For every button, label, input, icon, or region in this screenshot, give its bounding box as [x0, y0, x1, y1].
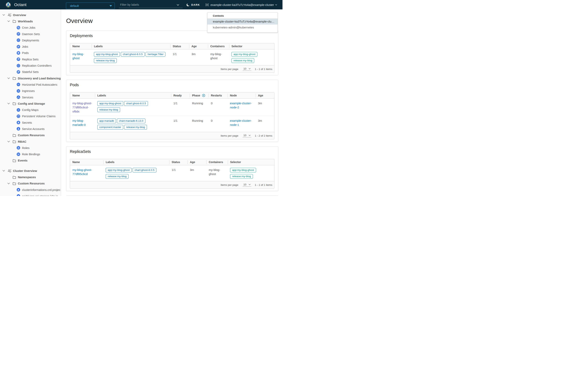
- sidebar-item-clusterinformations[interactable]: clusterinformations.crd.projec: [0, 187, 61, 193]
- column-header-selector[interactable]: Selector: [228, 159, 274, 165]
- label-tag[interactable]: chart:ghost-8.0.5: [121, 52, 145, 57]
- sidebar-item-daemon-sets[interactable]: Daemon Sets: [0, 31, 61, 37]
- sidebar-item-custom-resources-cluster[interactable]: Custom Resources: [0, 180, 61, 187]
- chevron-down-icon[interactable]: [7, 19, 10, 23]
- cell-name: my-blog-ghost: [70, 49, 92, 65]
- resource-link[interactable]: my-blog-ghost: [72, 52, 84, 60]
- sidebar-item-namespaces[interactable]: Namespaces: [0, 174, 61, 180]
- context-selector[interactable]: example-cluster-ka3TuTzYo4a@example-clus…: [205, 3, 277, 7]
- namespace-select[interactable]: default: [66, 2, 115, 9]
- label-filter-input[interactable]: Filter by labels: [119, 1, 183, 8]
- resource-link[interactable]: my-blog-ghost-77df85c6cd-vf6dx: [72, 101, 92, 113]
- chevron-down-icon[interactable]: [2, 13, 5, 17]
- label-tag[interactable]: release:my-blog: [97, 107, 120, 112]
- column-header-phase[interactable]: Phase: [190, 93, 208, 98]
- column-header-selector[interactable]: Selector: [229, 43, 274, 49]
- label-tag[interactable]: app:my-blog-ghost: [106, 168, 132, 172]
- label-tag[interactable]: release:my-blog: [94, 58, 117, 63]
- column-header-name[interactable]: Name: [70, 93, 95, 98]
- sidebar-item-discovery-and-load-balancing[interactable]: Discovery and Load Balancing: [0, 75, 61, 81]
- filter-icon[interactable]: [202, 94, 205, 97]
- label-tag[interactable]: app:my-blog-ghost: [94, 52, 120, 57]
- column-header-name[interactable]: Name: [70, 43, 92, 49]
- chevron-down-icon[interactable]: [176, 3, 179, 6]
- tag-list: app:mariadb chart:mariadb-6.13.0 compone…: [97, 119, 169, 129]
- node-link[interactable]: example-cluster-node-1: [230, 119, 252, 126]
- chevron-down-icon: [275, 3, 277, 6]
- column-header-status[interactable]: Status: [170, 43, 189, 49]
- chevron-down-icon[interactable]: [2, 169, 5, 172]
- sidebar-item-config-and-storage[interactable]: Config and Storage: [0, 100, 61, 107]
- column-header-ready[interactable]: Ready: [171, 93, 190, 98]
- sidebar-item-persistent-volume-claims[interactable]: Persistent Volume Claims: [0, 113, 61, 119]
- brand[interactable]: Octant: [5, 1, 27, 8]
- label-tag[interactable]: component:master: [97, 125, 123, 129]
- sidebar-item-cron-jobs[interactable]: Cron Jobs: [0, 25, 61, 31]
- sidebar-item-replica-sets[interactable]: Replica Sets: [0, 56, 61, 62]
- sidebar-item-jobs[interactable]: Jobs: [0, 43, 61, 50]
- label-tag[interactable]: release:my-blog: [106, 174, 129, 179]
- column-header-content: Phase: [192, 94, 206, 97]
- column-header-label: Name: [72, 94, 80, 97]
- sidebar-item-secrets[interactable]: Secrets: [0, 119, 61, 126]
- chevron-down-icon[interactable]: [7, 102, 10, 105]
- label-tag[interactable]: app:mariadb: [97, 119, 116, 123]
- selector-tag[interactable]: release:my-blog: [232, 58, 254, 63]
- sidebar-item-roles[interactable]: Roles: [0, 145, 61, 151]
- label-tag[interactable]: app:my-blog-ghost: [97, 101, 123, 106]
- column-header-labels[interactable]: Labels: [92, 43, 170, 49]
- column-header-node[interactable]: Node: [228, 93, 256, 98]
- dark-mode-toggle[interactable]: DARK: [186, 3, 200, 7]
- sidebar-item-pods[interactable]: Pods: [0, 50, 61, 56]
- column-header-containers[interactable]: Containers: [206, 159, 228, 165]
- page-size-select[interactable]: 10: [243, 183, 251, 187]
- context-option-selected[interactable]: example-cluster-ka3TuTzYo4a@example-clu…: [207, 19, 278, 25]
- column-header-restarts[interactable]: Restarts: [208, 93, 228, 98]
- resource-link[interactable]: my-blog-ghost-77df85c6cd: [72, 168, 92, 176]
- sidebar-item-service-accounts[interactable]: Service Accounts: [0, 126, 61, 132]
- page-size-select[interactable]: 10: [243, 134, 251, 137]
- label-tag[interactable]: chart:ghost-8.0.5: [124, 101, 148, 106]
- sidebar-item-stateful-sets[interactable]: Stateful Sets: [0, 69, 61, 75]
- page-size-value: 10: [243, 134, 246, 137]
- sidebar-item-deployments[interactable]: Deployments: [0, 37, 61, 43]
- sidebar-item-horizontal-pod-autoscalers[interactable]: Horizontal Pod Autoscalers: [0, 81, 61, 88]
- selector-tag[interactable]: app:my-blog-ghost: [230, 168, 256, 172]
- sidebar-item-replication-controllers[interactable]: Replication Controllers: [0, 62, 61, 69]
- sidebar-item-rbac[interactable]: RBAC: [0, 138, 61, 145]
- table-row: my-blog-ghost-77df85c6cd app:my-blog-gho…: [70, 165, 274, 181]
- column-header-containers[interactable]: Containers: [208, 43, 229, 49]
- page-size-select[interactable]: 10: [243, 67, 251, 71]
- context-option[interactable]: kubernetes-admin@kubernetes: [207, 25, 278, 30]
- label-tag[interactable]: release:my-blog: [124, 125, 147, 129]
- chevron-down-icon[interactable]: [7, 76, 10, 80]
- sidebar-item-cluster-overview[interactable]: Cluster Overview: [0, 168, 61, 174]
- label-tag[interactable]: heritage:Tiller: [146, 52, 165, 57]
- column-header-name[interactable]: Name: [70, 159, 104, 165]
- column-header-age[interactable]: Age: [188, 159, 206, 165]
- node-link[interactable]: example-cluster-node-2: [230, 101, 252, 109]
- sidebar-item-custom-resources[interactable]: Custom Resources: [0, 132, 61, 138]
- column-header-age[interactable]: Age: [256, 93, 274, 98]
- column-header-labels[interactable]: Labels: [104, 159, 169, 165]
- chevron-down-icon[interactable]: [7, 140, 10, 143]
- sidebar-item-overview[interactable]: Overview: [0, 12, 61, 18]
- column-header-labels[interactable]: Labels: [95, 93, 171, 98]
- column-header-label: Age: [190, 161, 195, 164]
- sidebar-item-csidrivers[interactable]: csidrivers.csi.storage.k8s.io: [0, 193, 61, 196]
- chevron-down-icon[interactable]: [7, 182, 10, 185]
- sidebar-item-config-maps[interactable]: Config Maps: [0, 107, 61, 113]
- selector-tag[interactable]: app:my-blog-ghost: [232, 52, 257, 57]
- sidebar-item-ingresses[interactable]: Ingresses: [0, 88, 61, 94]
- sidebar-item-events[interactable]: Events: [0, 157, 61, 164]
- sidebar-item-role-bindings[interactable]: Role Bindings: [0, 151, 61, 157]
- column-header-status[interactable]: Status: [169, 159, 188, 165]
- label-tag[interactable]: chart:mariadb-6.13.0: [117, 119, 145, 123]
- sidebar-item-services[interactable]: Services: [0, 94, 61, 100]
- resource-link[interactable]: my-blog-mariadb-0: [72, 119, 86, 126]
- replicasets-card-title: ReplicaSets: [70, 149, 274, 154]
- column-header-age[interactable]: Age: [189, 43, 208, 49]
- label-tag[interactable]: chart:ghost-8.0.5: [133, 168, 156, 172]
- selector-tag[interactable]: release:my-blog: [230, 174, 253, 179]
- sidebar-item-workloads[interactable]: Workloads: [0, 18, 61, 24]
